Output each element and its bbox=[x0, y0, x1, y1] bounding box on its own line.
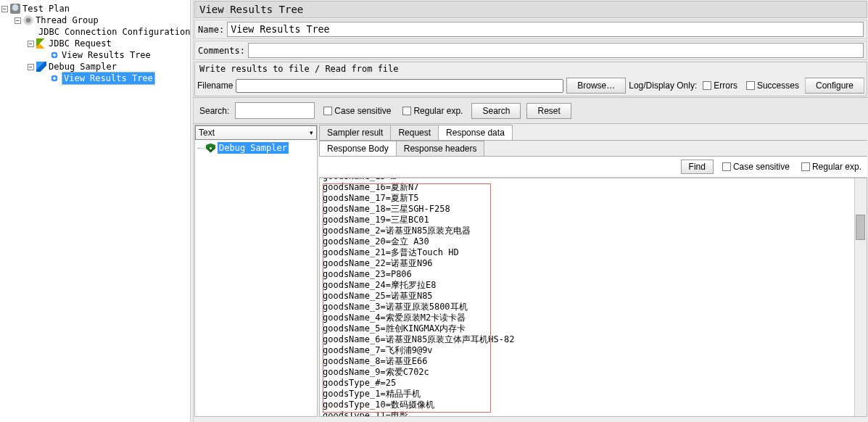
checkbox-icon bbox=[703, 81, 711, 90]
name-field[interactable] bbox=[227, 22, 864, 37]
errors-checkbox[interactable]: Errors bbox=[703, 80, 737, 91]
combo-value: Text bbox=[199, 128, 215, 138]
tab-response-headers[interactable]: Response headers bbox=[396, 141, 485, 156]
regex-checkbox[interactable]: Regular exp. bbox=[402, 106, 463, 116]
tree-node-jdbc-conn[interactable]: JDBC Connection Configuration bbox=[0, 26, 190, 38]
results-area: Text ▾ Debug Sampler Sampler result Requ… bbox=[194, 124, 868, 418]
tree-node-jdbc-req[interactable]: − JDBC Request bbox=[0, 38, 190, 49]
browse-button[interactable]: Browse… bbox=[566, 78, 626, 94]
gear-icon bbox=[23, 15, 33, 25]
tree-node-thread-group[interactable]: − Thread Group bbox=[0, 15, 190, 26]
comments-field[interactable] bbox=[248, 43, 864, 58]
find-button[interactable]: Find bbox=[681, 160, 714, 174]
tree-node-vrt2[interactable]: View Results Tree bbox=[0, 73, 190, 84]
tree-node-debug[interactable]: − Debug Sampler bbox=[0, 61, 190, 73]
horizontal-splitter[interactable] bbox=[194, 418, 868, 422]
configure-button[interactable]: Configure bbox=[805, 78, 864, 94]
result-details-panel: Sampler result Request Response data Res… bbox=[319, 125, 867, 417]
tab-sampler-result[interactable]: Sampler result bbox=[319, 125, 391, 140]
checkbox-icon bbox=[746, 81, 755, 90]
find-row: Find Case sensitive Regular exp. bbox=[319, 157, 867, 178]
tree-label: View Results Tree bbox=[62, 49, 151, 61]
scroll-thumb[interactable] bbox=[856, 215, 865, 240]
page-title: View Results Tree bbox=[194, 1, 867, 18]
tree-node-vrt1[interactable]: View Results Tree bbox=[0, 49, 190, 61]
find-case-checkbox[interactable]: Case sensitive bbox=[722, 162, 790, 172]
tree-label: Test Plan bbox=[22, 3, 70, 15]
file-group-title: Write results to file / Read from file bbox=[195, 62, 867, 75]
collapse-icon[interactable]: − bbox=[15, 17, 21, 24]
flask-icon bbox=[10, 4, 20, 14]
collapse-icon[interactable]: − bbox=[28, 64, 34, 70]
logdisplay-label: Log/Display Only: bbox=[629, 80, 697, 91]
results-tree-panel: Text ▾ Debug Sampler bbox=[194, 125, 318, 417]
renderer-combo[interactable]: Text ▾ bbox=[195, 125, 317, 140]
test-plan-tree[interactable]: − Test Plan − Thread Group JDBC Connecti… bbox=[0, 0, 190, 422]
file-group: Write results to file / Read from file F… bbox=[194, 62, 867, 96]
response-body-viewer[interactable]: goodsName_15=… goodsName_16=夏新N7 goodsNa… bbox=[319, 178, 867, 417]
comments-row: Comments: bbox=[194, 41, 867, 60]
chevron-down-icon: ▾ bbox=[310, 129, 313, 136]
search-label: Search: bbox=[199, 106, 229, 116]
find-regex-checkbox[interactable]: Regular exp. bbox=[801, 162, 861, 172]
pencil-icon bbox=[36, 62, 46, 72]
checkbox-icon bbox=[323, 107, 332, 115]
successes-checkbox[interactable]: Successes bbox=[746, 80, 799, 91]
eye-icon bbox=[49, 73, 59, 83]
filename-field[interactable] bbox=[236, 79, 563, 93]
name-label: Name: bbox=[198, 25, 224, 35]
tree-node-test-plan[interactable]: − Test Plan bbox=[0, 3, 190, 15]
success-icon bbox=[206, 144, 215, 153]
response-text: goodsName_15=… goodsName_16=夏新N7 goodsNa… bbox=[320, 178, 518, 417]
filename-label: Filename bbox=[197, 80, 233, 91]
result-label: Debug Sampler bbox=[218, 142, 289, 154]
search-button[interactable]: Search bbox=[471, 103, 521, 119]
tree-label: Debug Sampler bbox=[49, 61, 117, 73]
name-row: Name: bbox=[194, 20, 867, 39]
checkbox-icon bbox=[801, 162, 810, 171]
main-panel: View Results Tree Name: Comments: Write … bbox=[194, 0, 868, 422]
tree-label: JDBC Connection Configuration bbox=[38, 26, 190, 38]
collapse-icon[interactable]: − bbox=[1, 6, 8, 12]
leaf-icon bbox=[36, 38, 46, 49]
reset-button[interactable]: Reset bbox=[526, 103, 571, 119]
tab-response-data[interactable]: Response data bbox=[438, 125, 513, 140]
checkbox-icon bbox=[402, 107, 411, 115]
tree-label: JDBC Request bbox=[49, 38, 112, 49]
response-subtabs: Response Body Response headers bbox=[319, 141, 867, 157]
scrollbar[interactable] bbox=[854, 178, 867, 416]
tab-response-body[interactable]: Response Body bbox=[319, 141, 397, 156]
search-input[interactable] bbox=[235, 102, 315, 119]
result-node-debug[interactable]: Debug Sampler bbox=[197, 142, 315, 154]
tree-label: View Results Tree bbox=[62, 72, 155, 85]
eye-icon bbox=[49, 50, 59, 60]
tab-request[interactable]: Request bbox=[390, 125, 439, 140]
collapse-icon[interactable]: − bbox=[28, 41, 34, 47]
result-tabs: Sampler result Request Response data bbox=[319, 125, 867, 141]
case-sensitive-checkbox[interactable]: Case sensitive bbox=[323, 106, 391, 116]
checkbox-icon bbox=[722, 162, 731, 171]
search-bar: Search: Case sensitive Regular exp. Sear… bbox=[194, 97, 868, 124]
comments-label: Comments: bbox=[198, 46, 245, 56]
tree-label: Thread Group bbox=[36, 15, 99, 26]
